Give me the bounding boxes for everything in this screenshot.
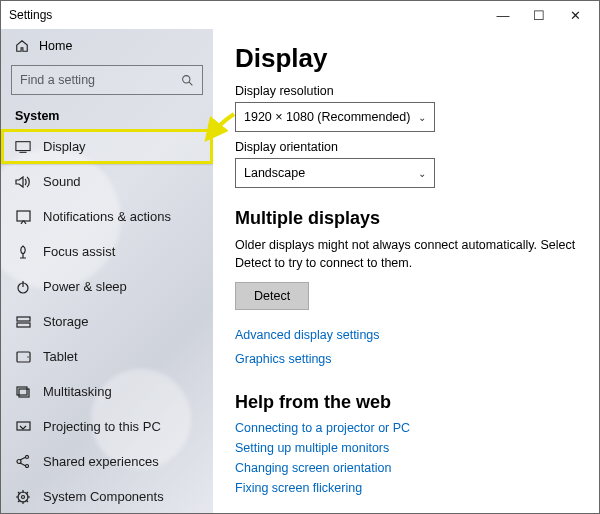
nav-tablet[interactable]: Tablet xyxy=(1,339,213,374)
nav-label: Sound xyxy=(43,174,81,189)
svg-rect-2 xyxy=(16,141,30,150)
nav-label: Projecting to this PC xyxy=(43,419,161,434)
nav-label: Display xyxy=(43,139,86,154)
sidebar: Home Find a setting System Display Sound xyxy=(1,29,213,513)
search-placeholder: Find a setting xyxy=(20,73,181,87)
resolution-select[interactable]: 1920 × 1080 (Recommended) ⌄ xyxy=(235,102,435,132)
sound-icon xyxy=(15,175,31,189)
multiple-displays-text: Older displays might not always connect … xyxy=(235,237,577,272)
orientation-label: Display orientation xyxy=(235,140,577,154)
nav-components[interactable]: System Components xyxy=(1,479,213,513)
search-icon xyxy=(181,74,194,87)
resolution-label: Display resolution xyxy=(235,84,577,98)
multitask-icon xyxy=(15,386,31,398)
home-nav[interactable]: Home xyxy=(1,29,213,59)
multiple-displays-heading: Multiple displays xyxy=(235,208,577,229)
orientation-select[interactable]: Landscape ⌄ xyxy=(235,158,435,188)
search-input[interactable]: Find a setting xyxy=(11,65,203,95)
nav-shared[interactable]: Shared experiences xyxy=(1,444,213,479)
home-label: Home xyxy=(39,39,72,53)
nav-focus[interactable]: Focus assist xyxy=(1,234,213,269)
highlight-box xyxy=(1,129,213,164)
main-content: Display Display resolution 1920 × 1080 (… xyxy=(213,29,599,513)
close-button[interactable]: ✕ xyxy=(557,8,593,23)
svg-point-18 xyxy=(22,495,25,498)
svg-point-16 xyxy=(26,465,29,468)
nav-label: Shared experiences xyxy=(43,454,159,469)
svg-line-1 xyxy=(189,82,192,85)
help-link[interactable]: Setting up multiple monitors xyxy=(235,441,577,455)
detect-button[interactable]: Detect xyxy=(235,282,309,310)
maximize-button[interactable]: ☐ xyxy=(521,8,557,23)
window-title: Settings xyxy=(9,8,52,22)
svg-point-0 xyxy=(183,75,190,82)
advanced-display-link[interactable]: Advanced display settings xyxy=(235,328,577,342)
settings-window: Settings — ☐ ✕ Home Find a setting Syste… xyxy=(0,0,600,514)
nav-label: Focus assist xyxy=(43,244,115,259)
nav-label: System Components xyxy=(43,489,164,504)
notifications-icon xyxy=(15,210,31,224)
nav-display[interactable]: Display xyxy=(1,129,213,164)
nav-sound[interactable]: Sound xyxy=(1,164,213,199)
nav-projecting[interactable]: Projecting to this PC xyxy=(1,409,213,444)
minimize-button[interactable]: — xyxy=(485,8,521,23)
projecting-icon xyxy=(15,421,31,433)
home-icon xyxy=(15,39,29,53)
nav-multitask[interactable]: Multitasking xyxy=(1,374,213,409)
svg-point-10 xyxy=(27,356,28,357)
nav-storage[interactable]: Storage xyxy=(1,304,213,339)
nav-notifications[interactable]: Notifications & actions xyxy=(1,199,213,234)
chevron-down-icon: ⌄ xyxy=(418,168,426,179)
titlebar: Settings — ☐ ✕ xyxy=(1,1,599,29)
display-icon xyxy=(15,140,31,154)
svg-rect-7 xyxy=(17,317,30,321)
graphics-settings-link[interactable]: Graphics settings xyxy=(235,352,577,366)
nav-list: Display Sound Notifications & actions Fo… xyxy=(1,129,213,513)
help-link[interactable]: Connecting to a projector or PC xyxy=(235,421,577,435)
nav-label: Power & sleep xyxy=(43,279,127,294)
nav-label: Multitasking xyxy=(43,384,112,399)
storage-icon xyxy=(15,316,31,328)
help-heading: Help from the web xyxy=(235,392,577,413)
tablet-icon xyxy=(15,351,31,363)
help-link[interactable]: Changing screen orientation xyxy=(235,461,577,475)
svg-rect-4 xyxy=(17,211,30,221)
page-title: Display xyxy=(235,43,577,74)
power-icon xyxy=(15,280,31,294)
help-link[interactable]: Fixing screen flickering xyxy=(235,481,577,495)
focus-icon xyxy=(15,245,31,259)
components-icon xyxy=(15,490,31,504)
section-label: System xyxy=(1,105,213,129)
nav-label: Notifications & actions xyxy=(43,209,171,224)
chevron-down-icon: ⌄ xyxy=(418,112,426,123)
svg-rect-8 xyxy=(17,323,30,327)
nav-label: Tablet xyxy=(43,349,78,364)
orientation-value: Landscape xyxy=(244,166,305,180)
shared-icon xyxy=(15,455,31,468)
resolution-value: 1920 × 1080 (Recommended) xyxy=(244,110,410,124)
svg-point-14 xyxy=(17,460,21,464)
nav-power[interactable]: Power & sleep xyxy=(1,269,213,304)
nav-label: Storage xyxy=(43,314,89,329)
svg-point-15 xyxy=(26,456,29,459)
